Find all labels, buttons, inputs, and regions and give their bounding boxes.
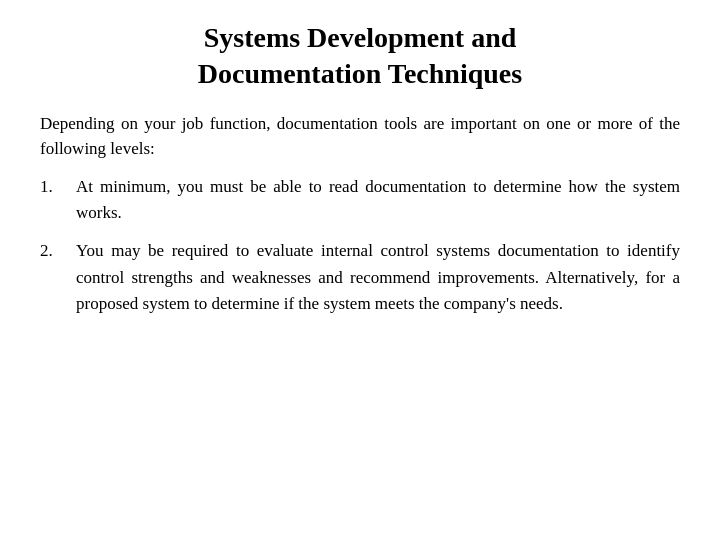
page-content: Systems Development and Documentation Te… xyxy=(40,20,680,330)
list-item: 1. At minimum, you must be able to read … xyxy=(40,174,680,227)
page-title: Systems Development and Documentation Te… xyxy=(40,20,680,93)
numbered-list: 1. At minimum, you must be able to read … xyxy=(40,174,680,318)
title-line2: Documentation Techniques xyxy=(198,58,522,89)
list-item: 2. You may be required to evaluate inter… xyxy=(40,238,680,317)
list-text-1: At minimum, you must be able to read doc… xyxy=(76,174,680,227)
list-text-2: You may be required to evaluate internal… xyxy=(76,238,680,317)
intro-paragraph: Depending on your job function, document… xyxy=(40,111,680,162)
list-number-1: 1. xyxy=(40,174,76,200)
title-line1: Systems Development and xyxy=(204,22,517,53)
list-number-2: 2. xyxy=(40,238,76,264)
